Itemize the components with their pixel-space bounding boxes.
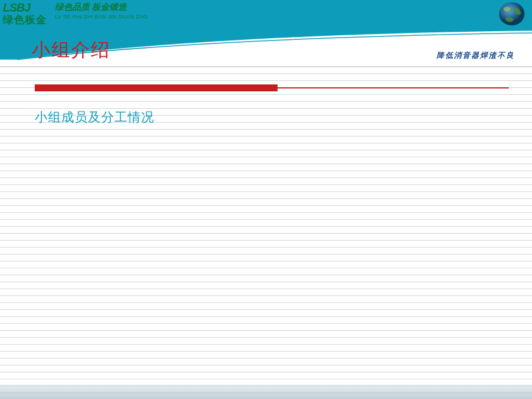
section-heading: 小组成员及分工情况 [35,109,154,126]
red-bar-thick [35,84,278,91]
content-area: 小组成员及分工情况 [0,66,532,399]
red-bar-thin [278,87,509,88]
slide-subtitle: 降低消音器焊渣不良 [437,50,515,61]
slide-title: 小组介绍 [32,38,110,63]
title-area: 小组介绍 降低消音器焊渣不良 [0,26,532,66]
red-divider [35,84,509,91]
header-bar: LSBJ 绿色板金 绿色品质 板金锻造 LV SE PIN ZHI BAN JI… [0,0,532,26]
globe-icon [494,1,526,27]
bottom-gradient [0,385,532,399]
logo-chinese: 绿色板金 [3,13,47,27]
logo-slogan: 绿色品质 板金锻造 [55,2,127,13]
svg-point-1 [504,7,511,12]
logo-pinyin: LV SE PIN ZHI BAN JIN DUAN ZAO [55,14,147,20]
